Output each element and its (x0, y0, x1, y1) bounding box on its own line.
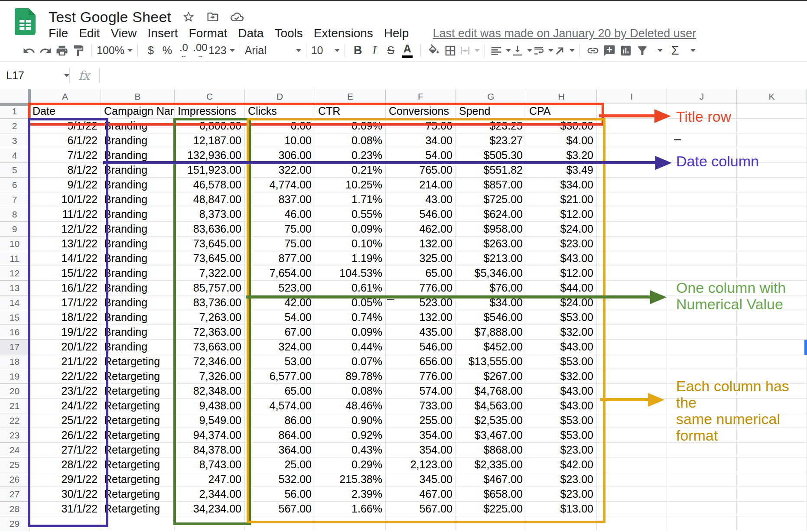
cell-A2[interactable]: 5/1/22 (29, 119, 101, 133)
cell-J9[interactable] (667, 222, 737, 237)
menu-extensions[interactable]: Extensions (314, 26, 373, 40)
cell-J25[interactable] (667, 457, 737, 472)
menu-tools[interactable]: Tools (274, 26, 303, 40)
column-header-J[interactable]: J (667, 89, 737, 104)
cell-F16[interactable]: 435.00 (386, 325, 456, 340)
cell-K18[interactable] (737, 354, 807, 369)
cell-B20[interactable]: Retargeting (101, 384, 175, 399)
cell-B5[interactable]: Branding (101, 163, 175, 178)
cell-A11[interactable]: 14/1/22 (29, 251, 101, 266)
cell-I11[interactable] (597, 251, 667, 266)
cell-J10[interactable] (667, 237, 737, 251)
cell-G21[interactable]: $4,563.00 (456, 399, 526, 413)
cell-C1[interactable]: Impressions (175, 104, 245, 119)
cell-B4[interactable]: Branding (101, 148, 175, 163)
cell-D11[interactable]: 877.00 (245, 251, 315, 266)
cell-J19[interactable] (667, 369, 737, 384)
cell-I19[interactable] (597, 369, 667, 384)
cell-K1[interactable] (737, 104, 807, 119)
move-to-folder-icon[interactable] (206, 10, 220, 24)
cell-K25[interactable] (737, 457, 807, 472)
column-header-K[interactable]: K (737, 89, 807, 104)
cell-E23[interactable]: 0.92% (315, 428, 386, 443)
print-button[interactable] (54, 42, 70, 59)
cell-F11[interactable]: 325.00 (386, 251, 456, 266)
cell-J24[interactable] (667, 443, 737, 457)
cell-D8[interactable]: 46.00 (245, 207, 315, 222)
cell-D22[interactable]: 86.00 (245, 413, 315, 428)
cell-H3[interactable]: $4.00 (526, 133, 597, 148)
cell-B26[interactable]: Retargeting (101, 472, 175, 487)
font-family-dropdown[interactable]: Arial (245, 42, 301, 59)
cell-F5[interactable]: 765.00 (386, 163, 456, 178)
cell-E11[interactable]: 1.19% (315, 251, 386, 266)
cell-G17[interactable]: $452.00 (456, 340, 526, 354)
cell-G24[interactable]: $868.00 (456, 443, 526, 457)
number-format-dropdown[interactable]: 123 (208, 42, 235, 59)
cell-K26[interactable] (737, 472, 807, 487)
cell-C8[interactable]: 8,373.00 (175, 207, 245, 222)
cell-D6[interactable]: 4,774.00 (245, 178, 315, 192)
cell-A21[interactable]: 24/1/22 (29, 399, 101, 413)
cell-B23[interactable]: Retargeting (101, 428, 175, 443)
formula-input[interactable] (100, 62, 807, 89)
cell-C15[interactable]: 7,263.00 (175, 310, 245, 325)
row-header-2[interactable]: 2 (0, 119, 29, 133)
cell-H23[interactable]: $53.00 (526, 428, 597, 443)
document-title[interactable]: Test Google Sheet (49, 9, 171, 26)
cell-B28[interactable]: Retargeting (101, 502, 175, 516)
cell-I1[interactable] (597, 104, 667, 119)
cell-I29[interactable] (597, 516, 667, 531)
cell-K17[interactable] (737, 340, 807, 354)
row-header-6[interactable]: 6 (0, 178, 29, 192)
cell-G20[interactable]: $4,768.00 (456, 384, 526, 399)
cell-K22[interactable] (737, 413, 807, 428)
row-header-29[interactable]: 29 (0, 516, 29, 531)
cell-G1[interactable]: Spend (456, 104, 526, 119)
cell-F6[interactable]: 214.00 (386, 178, 456, 192)
cell-G10[interactable]: $263.00 (456, 237, 526, 251)
cell-C16[interactable]: 72,363.00 (175, 325, 245, 340)
cell-E3[interactable]: 0.08% (315, 133, 386, 148)
column-header-F[interactable]: F (386, 89, 456, 104)
cell-D4[interactable]: 306.00 (245, 148, 315, 163)
cell-I22[interactable] (597, 413, 667, 428)
row-header-27[interactable]: 27 (0, 487, 29, 502)
cell-J18[interactable] (667, 354, 737, 369)
cell-D27[interactable]: 56.00 (245, 487, 315, 502)
cell-J28[interactable] (667, 502, 737, 516)
cell-E8[interactable]: 0.55% (315, 207, 386, 222)
cell-K13[interactable] (737, 281, 807, 295)
menu-format[interactable]: Format (189, 26, 228, 40)
filter-views-dropdown[interactable] (651, 42, 667, 59)
cell-I7[interactable] (597, 192, 667, 207)
cell-K21[interactable] (737, 399, 807, 413)
cell-A22[interactable]: 25/1/22 (29, 413, 101, 428)
row-header-22[interactable]: 22 (0, 413, 29, 428)
cell-A18[interactable]: 21/1/22 (29, 354, 101, 369)
cell-B2[interactable]: Branding (101, 119, 175, 133)
cell-F9[interactable]: 462.00 (386, 222, 456, 237)
cell-D16[interactable]: 67.00 (245, 325, 315, 340)
cell-K19[interactable] (737, 369, 807, 384)
cell-A17[interactable]: 20/1/22 (29, 340, 101, 354)
cell-C28[interactable]: 34,234.00 (175, 502, 245, 516)
cell-G26[interactable]: $467.00 (456, 472, 526, 487)
cell-A12[interactable]: 15/1/22 (29, 266, 101, 281)
cell-A19[interactable]: 22/1/22 (29, 369, 101, 384)
cell-F13[interactable]: 776.00 (386, 281, 456, 295)
cell-I16[interactable] (597, 325, 667, 340)
cell-F14[interactable]: 523.00 (386, 295, 456, 310)
cell-I2[interactable] (597, 119, 667, 133)
cell-A16[interactable]: 19/1/22 (29, 325, 101, 340)
insert-chart-button[interactable] (618, 42, 634, 59)
name-box-value[interactable]: L17 (6, 69, 61, 82)
cell-H9[interactable]: $24.00 (526, 222, 597, 237)
cell-A9[interactable]: 12/1/22 (29, 222, 101, 237)
functions-dropdown[interactable] (683, 42, 700, 59)
cell-F10[interactable]: 132.00 (386, 237, 456, 251)
cell-H18[interactable]: $53.00 (526, 354, 597, 369)
cell-K24[interactable] (737, 443, 807, 457)
cell-C22[interactable]: 9,549.00 (175, 413, 245, 428)
cell-G9[interactable]: $958.00 (456, 222, 526, 237)
